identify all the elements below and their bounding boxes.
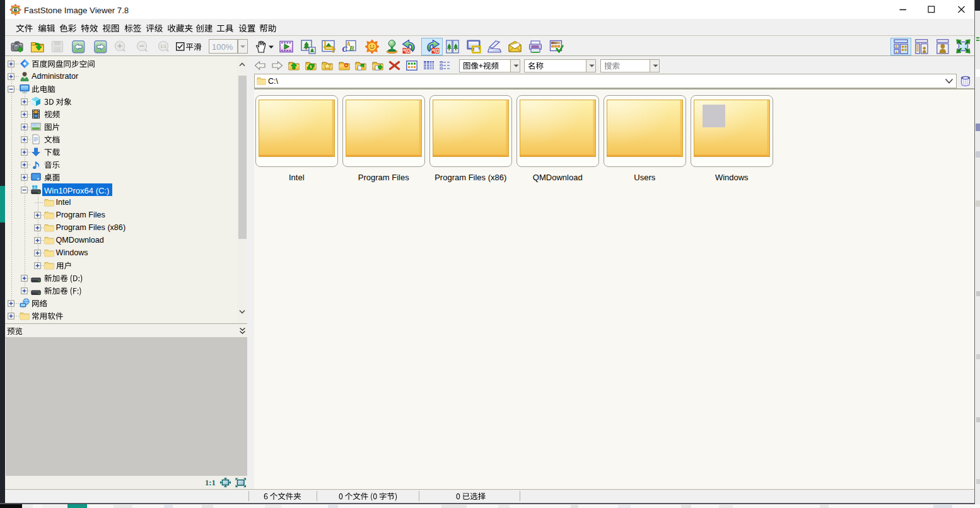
svg-text:1:1: 1:1 bbox=[160, 44, 166, 49]
svg-text:C: C bbox=[342, 45, 348, 54]
svg-text:B: B bbox=[349, 44, 354, 52]
